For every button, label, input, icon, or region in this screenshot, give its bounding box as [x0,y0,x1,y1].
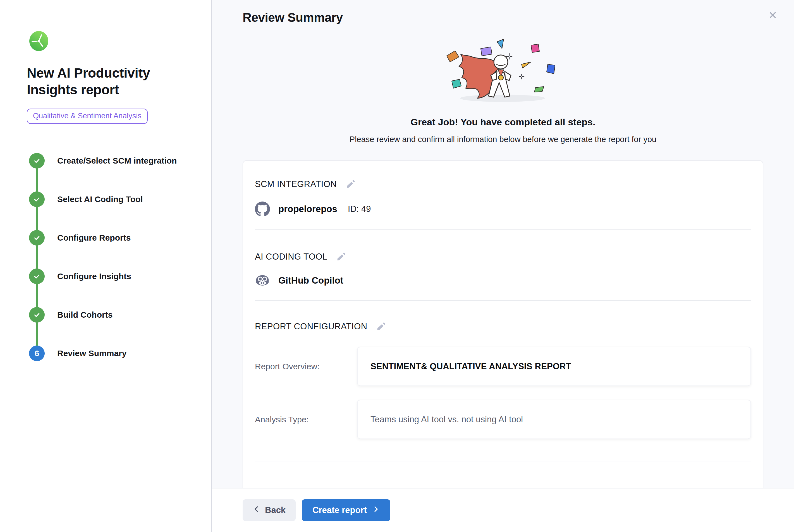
report-wizard-title: New AI Productivity Insights report [27,65,183,98]
wizard-sidebar: New AI Productivity Insights report Qual… [0,0,212,532]
create-report-button[interactable]: Create report [302,499,390,521]
step-label: Configure Insights [57,271,131,281]
section-divider [255,229,751,230]
chevron-left-icon [253,505,261,515]
step-label: Configure Reports [57,233,131,243]
scm-integration-name: propelorepos [278,204,337,214]
scm-integration-section-header: SCM INTEGRATION [255,179,751,190]
step-item-review-summary[interactable]: 6 Review Summary [27,334,211,373]
step-item-create-select-scm-integration[interactable]: Create/Select SCM integration [27,141,211,180]
analysis-type-value-box: Teams using AI tool vs. not using AI too… [357,400,751,439]
scm-integration-id: ID: 49 [348,204,371,214]
chevron-right-icon [372,505,380,515]
review-summary-panel: Review Summary [212,0,794,532]
step-item-configure-insights[interactable]: Configure Insights [27,257,211,296]
review-summary-content: Review Summary [212,0,794,488]
step-item-select-ai-coding-tool[interactable]: Select AI Coding Tool [27,180,211,218]
edit-ai-coding-tool-button[interactable] [336,251,347,262]
pencil-icon [336,259,346,263]
edit-scm-integration-button[interactable] [345,179,356,190]
step-complete-check-icon [29,153,45,169]
propelo-logo-icon [29,31,211,53]
create-report-button-label: Create report [313,505,367,515]
ai-coding-tool-section-header: AI CODING TOOL [255,251,751,262]
analysis-type-label: Analysis Type: [255,415,357,424]
ai-tool-section-label: AI CODING TOOL [255,252,327,262]
report-config-section-label: REPORT CONFIGURATION [255,322,367,331]
celebration-illustration [439,39,567,106]
copilot-icon [255,274,270,287]
completion-hero: Great Job! You have completed all steps.… [243,39,763,144]
page-title: Review Summary [243,11,763,24]
step-label: Build Cohorts [57,310,113,320]
pencil-icon [376,328,386,332]
step-complete-check-icon [29,191,45,207]
step-complete-check-icon [29,307,45,323]
close-icon [768,17,778,21]
step-number-badge: 6 [29,345,45,361]
report-configuration-section-header: REPORT CONFIGURATION [255,321,751,332]
step-complete-check-icon [29,230,45,246]
close-button[interactable] [766,8,779,22]
scm-section-label: SCM INTEGRATION [255,179,337,189]
report-overview-row: Report Overview: SENTIMENT& QUALITATIVE … [255,347,751,386]
scm-integration-item: propelorepos ID: 49 [255,202,751,216]
step-label: Review Summary [57,349,127,358]
section-divider [255,300,751,301]
step-label: Select AI Coding Tool [57,194,143,204]
completion-heading: Great Job! You have completed all steps. [243,117,763,128]
summary-card: SCM INTEGRATION propelorepos ID: 49 AI C… [243,160,763,488]
section-divider [255,461,751,461]
analysis-type-row: Analysis Type: Teams using AI tool vs. n… [255,400,751,439]
ai-coding-tool-item: GitHub Copilot [255,274,751,287]
wizard-footer: Back Create report [212,488,794,532]
step-item-build-cohorts[interactable]: Build Cohorts [27,296,211,334]
wizard-stepper: Create/Select SCM integration Select AI … [27,141,211,373]
report-overview-label: Report Overview: [255,362,357,371]
step-number: 6 [35,349,39,358]
back-button-label: Back [265,505,286,515]
step-label: Create/Select SCM integration [57,156,177,166]
review-instruction: Please review and confirm all informatio… [243,135,763,144]
back-button[interactable]: Back [243,499,296,521]
analysis-type-value: Teams using AI tool vs. not using AI too… [371,415,523,424]
ai-coding-tool-name: GitHub Copilot [278,275,343,286]
step-complete-check-icon [29,268,45,284]
report-overview-value-box: SENTIMENT& QUALITATIVE ANALYSIS REPORT [357,347,751,386]
report-overview-value: SENTIMENT& QUALITATIVE ANALYSIS REPORT [371,361,571,372]
github-icon [255,202,270,216]
report-type-badge: Qualitative & Sentiment Analysis [27,109,148,124]
pencil-icon [346,186,356,190]
edit-report-configuration-button[interactable] [376,321,387,332]
step-item-configure-reports[interactable]: Configure Reports [27,218,211,257]
